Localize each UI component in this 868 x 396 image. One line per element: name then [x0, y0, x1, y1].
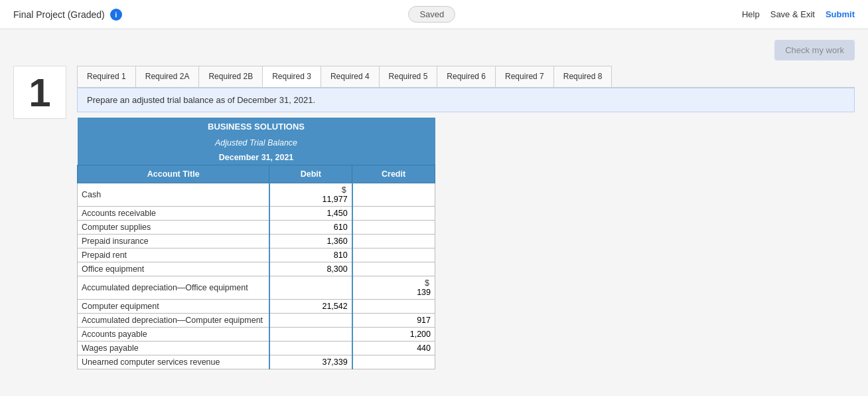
credit-cell[interactable] [352, 262, 435, 276]
instruction-text: Prepare an adjusted trial balance as of … [87, 95, 315, 105]
number-tabs-area: 1 Required 1Required 2ARequired 2BRequir… [13, 66, 855, 369]
table-row: Prepaid rent [78, 248, 435, 262]
table-row: Computer supplies [78, 221, 435, 235]
tab-required-3[interactable]: Required 3 [262, 66, 321, 87]
account-name-cell: Accumulated depreciation—Computer equipm… [78, 314, 269, 328]
table-column-headers: Account TitleDebitCredit [78, 165, 435, 183]
tab-required-2a[interactable]: Required 2A [135, 66, 200, 87]
top-section: Check my work [13, 40, 855, 60]
debit-input[interactable] [274, 223, 348, 232]
top-bar-center: Saved [408, 6, 455, 23]
tab-required-5[interactable]: Required 5 [379, 66, 438, 87]
account-name-cell: Computer equipment [78, 300, 269, 314]
credit-cell[interactable]: $ [352, 276, 435, 300]
table-row: Unearned computer services revenue [78, 355, 435, 369]
account-name-cell: Prepaid insurance [78, 235, 269, 248]
saved-button: Saved [408, 6, 455, 23]
debit-cell[interactable] [269, 300, 352, 314]
account-name-cell: Wages payable [78, 342, 269, 355]
tabs-bar: Required 1Required 2ARequired 2BRequired… [77, 66, 855, 88]
debit-cell[interactable] [269, 235, 352, 248]
tab-required-7[interactable]: Required 7 [495, 66, 554, 87]
credit-cell[interactable] [352, 300, 435, 314]
tab-required-4[interactable]: Required 4 [321, 66, 380, 87]
instruction-bar: Prepare an adjusted trial balance as of … [77, 88, 855, 112]
tab-required-1[interactable]: Required 1 [77, 66, 136, 87]
account-name-cell: Accounts receivable [78, 207, 269, 221]
debit-cell[interactable] [269, 221, 352, 235]
credit-cell[interactable] [352, 355, 435, 369]
tab-required-2b[interactable]: Required 2B [198, 66, 263, 87]
help-link[interactable]: Help [742, 9, 760, 19]
credit-cell[interactable] [352, 342, 435, 355]
debit-input[interactable] [274, 357, 348, 367]
top-bar-right: Help Save & Exit Submit [742, 9, 855, 19]
table-row: Accumulated depreciation—Office equipmen… [78, 276, 435, 300]
top-bar: Final Project (Graded) i Saved Help Save… [0, 0, 868, 29]
table-row: Accounts receivable [78, 207, 435, 221]
debit-cell[interactable] [269, 342, 352, 355]
top-bar-left: Final Project (Graded) i [13, 9, 122, 21]
debit-cell[interactable] [269, 314, 352, 328]
debit-input[interactable] [274, 209, 348, 218]
credit-cell[interactable] [352, 183, 435, 207]
account-name-cell: Computer supplies [78, 221, 269, 235]
debit-input[interactable] [274, 250, 348, 260]
credit-cell[interactable] [352, 207, 435, 221]
tabs-and-content: Required 1Required 2ARequired 2BRequired… [77, 66, 855, 369]
table-row: Computer equipment [78, 300, 435, 314]
table-row: Accumulated depreciation—Computer equipm… [78, 314, 435, 328]
credit-input[interactable] [357, 316, 431, 325]
account-name-cell: Prepaid rent [78, 248, 269, 262]
step-number: 1 [13, 66, 66, 119]
credit-cell[interactable] [352, 235, 435, 248]
save-exit-link[interactable]: Save & Exit [770, 9, 815, 19]
credit-cell[interactable] [352, 314, 435, 328]
account-name-cell: Unearned computer services revenue [78, 355, 269, 369]
debit-cell[interactable] [269, 355, 352, 369]
debit-input[interactable] [274, 264, 348, 274]
debit-cell[interactable] [269, 207, 352, 221]
debit-cell[interactable] [269, 262, 352, 276]
account-name-cell: Accumulated depreciation—Office equipmen… [78, 276, 269, 300]
table-row: Prepaid insurance [78, 235, 435, 248]
debit-input[interactable] [274, 195, 348, 204]
credit-input[interactable] [357, 330, 431, 339]
table-header-company: BUSINESS SOLUTIONS [78, 118, 435, 136]
tab-required-6[interactable]: Required 6 [437, 66, 496, 87]
trial-balance-table: BUSINESS SOLUTIONSAdjusted Trial Balance… [77, 118, 435, 369]
main-content: Check my work 1 Required 1Required 2AReq… [0, 29, 868, 380]
table-header-date: December 31, 2021 [78, 150, 435, 165]
debit-cell[interactable] [269, 248, 352, 262]
table-header-title: Adjusted Trial Balance [78, 136, 435, 150]
info-icon[interactable]: i [110, 9, 122, 21]
debit-input[interactable] [274, 237, 348, 246]
tab-required-8[interactable]: Required 8 [553, 66, 613, 87]
account-name-cell: Accounts payable [78, 328, 269, 342]
account-name-cell: Cash [78, 183, 269, 207]
debit-input[interactable] [274, 302, 348, 311]
credit-cell[interactable] [352, 328, 435, 342]
credit-cell[interactable] [352, 248, 435, 262]
debit-cell[interactable] [269, 276, 352, 300]
credit-input[interactable] [357, 344, 431, 353]
account-name-cell: Office equipment [78, 262, 269, 276]
page-title: Final Project (Graded) [13, 9, 105, 20]
table-row: Cash$ [78, 183, 435, 207]
table-container: BUSINESS SOLUTIONSAdjusted Trial Balance… [77, 118, 855, 369]
table-row: Office equipment [78, 262, 435, 276]
check-my-work-button[interactable]: Check my work [774, 40, 855, 60]
credit-cell[interactable] [352, 221, 435, 235]
submit-link[interactable]: Submit [826, 9, 855, 19]
debit-cell[interactable] [269, 328, 352, 342]
table-row: Wages payable [78, 342, 435, 355]
table-row: Accounts payable [78, 328, 435, 342]
credit-input[interactable] [357, 288, 431, 297]
debit-cell[interactable]: $ [269, 183, 352, 207]
